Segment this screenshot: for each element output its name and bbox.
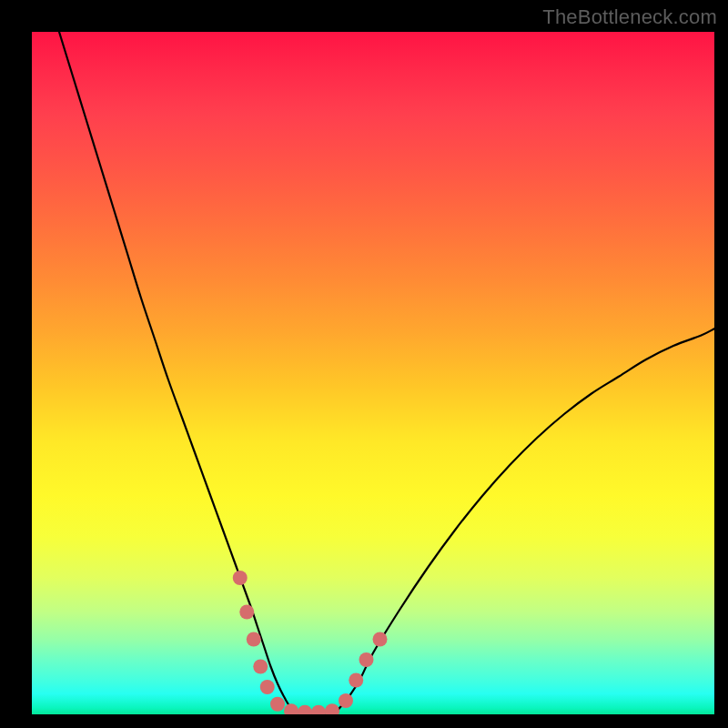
marker-group	[233, 571, 388, 714]
curve-marker	[239, 605, 254, 620]
curve-marker	[349, 673, 363, 688]
chart-frame: TheBottleneck.com	[0, 0, 728, 728]
curve-marker	[311, 705, 326, 714]
curve-marker	[233, 571, 248, 585]
curve-marker	[253, 660, 268, 674]
curve-marker	[298, 705, 312, 714]
watermark-text: TheBottleneck.com	[542, 5, 717, 29]
curve-marker	[373, 632, 388, 647]
curve-marker	[284, 703, 298, 714]
curve-marker	[270, 697, 285, 712]
curve-marker	[247, 632, 261, 647]
chart-svg	[32, 32, 714, 714]
bottleneck-curve	[59, 32, 714, 714]
curve-marker	[339, 693, 353, 708]
curve-marker	[325, 703, 339, 714]
curve-marker	[260, 680, 275, 694]
curve-marker	[359, 652, 374, 667]
plot-area	[32, 32, 714, 714]
